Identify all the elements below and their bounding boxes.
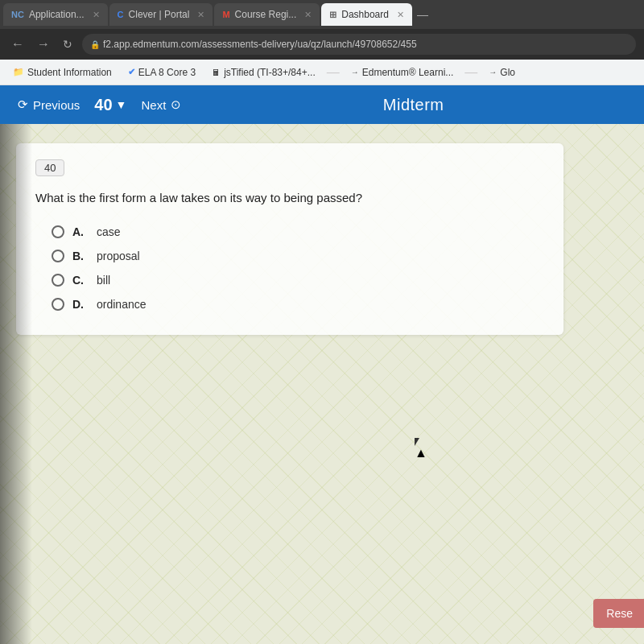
content-area: 40 What is the first form a law takes on… xyxy=(0,124,644,644)
tab-label-applications: Application... xyxy=(29,9,85,20)
folder-icon: 📁 xyxy=(13,67,24,77)
option-b-text: proposal xyxy=(97,250,140,262)
tab-favicon-dash: ⊞ xyxy=(329,10,336,20)
quiz-nav-bar: ⟳ Previous 40 ▼ Next ⊙ Midterm xyxy=(0,85,644,124)
option-a-text: case xyxy=(97,225,121,238)
next-label: Next xyxy=(141,98,166,112)
tab-favicon-gmail: M xyxy=(222,10,229,19)
bookmark-label-jstified: jsTified (TI-83+/84+... xyxy=(224,67,316,78)
tab-label-course: Course Regi... xyxy=(235,9,297,20)
radio-b[interactable] xyxy=(52,250,64,262)
bookmarks-bar: 📁 Student Information ✔ ELA 8 Core 3 🖩 j… xyxy=(0,60,644,85)
tab-overflow: — xyxy=(414,8,431,21)
mouse-cursor: ▲ xyxy=(415,438,424,452)
option-c-label: C. xyxy=(72,274,89,287)
next-icon: ⊙ xyxy=(171,97,181,112)
bookmark-label-glo: Glo xyxy=(500,67,515,78)
separator-2: — xyxy=(464,65,477,80)
browser-chrome: NC Application... ✕ C Clever | Portal ✕ … xyxy=(0,0,644,85)
bookmark-glo[interactable]: → Glo xyxy=(482,64,522,80)
tab-bar: NC Application... ✕ C Clever | Portal ✕ … xyxy=(0,0,644,29)
tab-applications[interactable]: NC Application... ✕ xyxy=(3,3,108,26)
checkmark-icon: ✔ xyxy=(128,67,135,77)
tab-course[interactable]: M Course Regi... ✕ xyxy=(214,3,320,26)
bookmark-label-student-info: Student Information xyxy=(27,67,112,78)
previous-icon: ⟳ xyxy=(18,97,28,112)
radio-c[interactable] xyxy=(52,274,64,287)
arrow-icon-1: → xyxy=(351,68,359,76)
tab-dashboard[interactable]: ⊞ Dashboard ✕ xyxy=(321,3,412,26)
tab-favicon-nc: NC xyxy=(11,10,24,19)
question-number-badge: 40 xyxy=(35,159,64,176)
reset-button[interactable]: Rese xyxy=(593,599,644,628)
tab-favicon-clever: C xyxy=(118,10,124,19)
url-text: f2.app.edmentum.com/assessments-delivery… xyxy=(103,39,417,50)
bookmark-ela[interactable]: ✔ ELA 8 Core 3 xyxy=(122,64,202,80)
option-a[interactable]: A. case xyxy=(52,225,544,238)
next-button[interactable]: Next ⊙ xyxy=(136,94,186,115)
option-a-label: A. xyxy=(72,225,89,238)
chevron-down-icon: ▼ xyxy=(116,98,127,111)
tab-close-clever[interactable]: ✕ xyxy=(197,10,204,20)
tab-clever[interactable]: C Clever | Portal ✕ xyxy=(109,3,213,26)
back-button[interactable]: ← xyxy=(8,35,27,53)
question-text: What is the first form a law takes on it… xyxy=(35,189,544,208)
tab-close-course[interactable]: ✕ xyxy=(304,10,312,20)
option-c-text: bill xyxy=(97,274,110,287)
bookmark-edmentum[interactable]: → Edmentum® Learni... xyxy=(345,64,460,80)
calc-icon: 🖩 xyxy=(212,68,221,77)
option-b[interactable]: B. proposal xyxy=(52,250,544,262)
bookmark-label-ela: ELA 8 Core 3 xyxy=(138,67,196,78)
address-bar: ← → ↻ 🔒 f2.app.edmentum.com/assessments-… xyxy=(0,29,644,60)
option-d-label: D. xyxy=(72,298,89,311)
radio-a[interactable] xyxy=(52,225,64,238)
question-card: 40 What is the first form a law takes on… xyxy=(16,143,564,335)
previous-label: Previous xyxy=(33,98,80,112)
option-c[interactable]: C. bill xyxy=(52,274,544,287)
option-d[interactable]: D. ordinance xyxy=(52,298,544,311)
lock-icon: 🔒 xyxy=(90,40,100,49)
forward-button[interactable]: → xyxy=(34,35,53,53)
option-d-text: ordinance xyxy=(97,298,147,311)
question-number-display: 40 xyxy=(94,96,112,114)
quiz-title: Midterm xyxy=(196,96,631,114)
bookmark-student-info[interactable]: 📁 Student Information xyxy=(6,64,118,80)
tab-close-dashboard[interactable]: ✕ xyxy=(397,10,404,20)
bookmark-jstified[interactable]: 🖩 jsTified (TI-83+/84+... xyxy=(205,64,322,80)
radio-d[interactable] xyxy=(52,298,64,311)
refresh-button[interactable]: ↻ xyxy=(60,36,76,52)
question-number-selector[interactable]: 40 ▼ xyxy=(94,96,126,114)
answer-options: A. case B. proposal C. bill D. ordinance xyxy=(35,225,544,311)
previous-button[interactable]: ⟳ Previous xyxy=(13,94,85,115)
tab-close-applications[interactable]: ✕ xyxy=(93,10,100,20)
option-b-label: B. xyxy=(72,250,89,262)
arrow-icon-2: → xyxy=(489,68,497,76)
separator-1: — xyxy=(327,65,340,80)
bookmark-label-edmentum: Edmentum® Learni... xyxy=(362,67,454,78)
tab-label-dashboard: Dashboard xyxy=(341,9,389,20)
tab-label-clever: Clever | Portal xyxy=(129,9,190,20)
url-bar[interactable]: 🔒 f2.app.edmentum.com/assessments-delive… xyxy=(82,34,636,55)
